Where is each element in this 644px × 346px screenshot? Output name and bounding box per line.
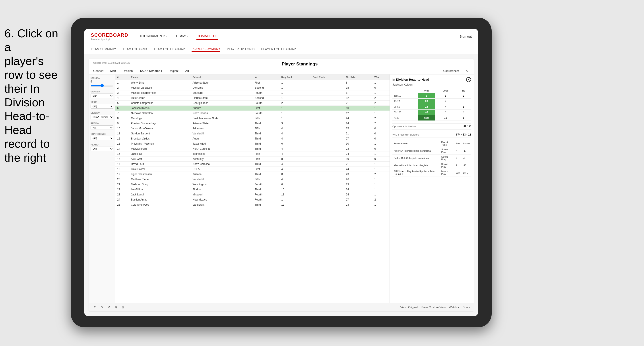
cell-yr: Third xyxy=(253,141,280,146)
h2h-loss-cell: 4 xyxy=(435,104,456,110)
table-row[interactable]: 23 Jack Lundin Missouri Fourth 11 24 1 xyxy=(116,192,390,197)
table-row[interactable]: 1 Wenyi Ding Arizona State First 1 8 1 xyxy=(116,80,390,85)
sub-nav-player-h2h-heatmap[interactable]: PLAYER H2H HEATMAP xyxy=(261,47,296,51)
table-row[interactable]: 21 Taehoon Song Washington Fourth 6 23 1 xyxy=(116,182,390,187)
no-rds-slider[interactable] xyxy=(90,84,114,87)
wlt-row: W-L-T record in-division: 674 - 33 - 12 xyxy=(392,132,471,138)
cell-reg-rank: 4 xyxy=(280,152,311,157)
table-row[interactable]: 5 Christo Lamprecht Georgia Tech Fourth … xyxy=(116,101,390,106)
col-yr: Yr xyxy=(253,74,280,80)
table-row[interactable]: 19 Tiger Christensen Arizona Third 8 23 … xyxy=(116,172,390,177)
cell-school: Arizona xyxy=(191,172,253,177)
table-row[interactable]: 7 Nicholas Gabrelcik North Florida Fourt… xyxy=(116,111,390,116)
year-sidebar-select[interactable]: (All) xyxy=(90,104,114,109)
tournament-score: -17 xyxy=(462,147,471,155)
cell-school: Missouri xyxy=(191,192,253,197)
logo-scoreboard: SCOREBOARD xyxy=(91,32,128,38)
gender-sidebar-select[interactable]: Men xyxy=(90,94,114,98)
undo-button[interactable]: ↶ xyxy=(92,305,97,310)
cell-yr: Fifth xyxy=(253,116,280,121)
cell-yr: Fourth xyxy=(253,111,280,116)
cell-num: 15 xyxy=(116,152,129,157)
refresh-button[interactable]: ↺ xyxy=(107,305,112,310)
cell-rds: 26 xyxy=(344,177,372,182)
h2h-table-row: >100 578 11 1 xyxy=(392,115,471,121)
cell-player: Wenyi Ding xyxy=(129,80,191,85)
view-original-btn[interactable]: View: Original xyxy=(400,306,418,309)
cell-reg-rank: 1 xyxy=(280,80,311,85)
table-row[interactable]: 12 Brendan Valdes Auburn Third 4 27 0 xyxy=(116,136,390,141)
table-row[interactable]: 11 Gordon Sargent Vanderbilt Third 4 21 … xyxy=(116,131,390,136)
cell-win: 2 xyxy=(373,172,390,177)
h2h-win-cell: 46 xyxy=(418,110,435,115)
cell-rds: 30 xyxy=(344,141,372,146)
table-row[interactable]: 15 Jake Hall Tennessee Fifth 4 24 1 xyxy=(116,152,390,157)
top-nav: SCOREBOARD Powered by clippi TOURNAMENTS… xyxy=(84,29,478,44)
player-sidebar-select[interactable]: (All) xyxy=(90,147,114,151)
share-btn[interactable]: Share xyxy=(463,306,470,309)
cell-num: 19 xyxy=(116,172,129,177)
cell-num: 25 xyxy=(116,202,129,207)
panel-body: No Rds. 6 Gender Men Year xyxy=(89,74,474,303)
paste-button[interactable]: ⎙ xyxy=(121,305,125,310)
cell-conf-rank xyxy=(311,167,344,172)
cell-player: Matthew Riedel xyxy=(129,177,191,182)
cell-player: Jackson Koivun xyxy=(129,106,191,111)
region-filter-label: Region: xyxy=(169,69,179,72)
nav-item-tournaments[interactable]: TOURNAMENTS xyxy=(139,33,166,40)
watch-btn[interactable]: Watch ▾ xyxy=(449,306,459,309)
nav-item-committee[interactable]: COMMITTEE xyxy=(196,33,218,40)
cell-reg-rank: 1 xyxy=(280,111,311,116)
table-row[interactable]: 8 Mats Ege East Tennessee State Fifth 1 … xyxy=(116,116,390,121)
h2h-rank-label: 51-100 xyxy=(392,110,418,115)
table-row[interactable]: 13 Phichaksn Maichon Texas A&M Third 6 3… xyxy=(116,141,390,146)
table-row[interactable]: 3 Michael Thorbjornsen Stanford Fourth 1… xyxy=(116,90,390,96)
sub-nav-player-h2h-grid[interactable]: PLAYER H2H GRID xyxy=(227,47,255,51)
copy-button[interactable]: ⎘ xyxy=(114,305,118,310)
nav-item-teams[interactable]: TEAMS xyxy=(176,33,188,40)
h2h-win-cell: 22 xyxy=(418,104,435,110)
table-row[interactable]: 20 Matthew Riedel Vanderbilt Fifth 4 26 … xyxy=(116,177,390,182)
sub-nav-team-h2h-heatmap[interactable]: TEAM H2H HEATMAP xyxy=(154,47,185,51)
cell-school: Texas A&M xyxy=(191,141,253,146)
table-row[interactable]: 17 David Ford North Carolina Third 4 21 … xyxy=(116,162,390,167)
table-row[interactable]: 6 Jackson Koivun Auburn First 1 10 1 xyxy=(116,106,390,111)
cell-player: Christo Lamprecht xyxy=(129,101,191,106)
tournament-table: Tournament Event Type Pos Score Amer An … xyxy=(392,140,471,176)
h2h-close-button[interactable]: ✕ xyxy=(466,77,471,82)
cell-reg-rank: 4 xyxy=(280,146,311,152)
cell-win: 1 xyxy=(373,141,390,146)
h2h-stats-table: Win Loss Tie Top 10 8 3 2 11-25 20 9 5 xyxy=(392,88,471,121)
sign-out-link[interactable]: Sign out xyxy=(460,34,472,38)
table-row[interactable]: 14 Maxwell Ford North Carolina Third 4 2… xyxy=(116,146,390,152)
table-row[interactable]: 18 Luke Powell UCLA First 4 24 1 xyxy=(116,167,390,172)
table-row[interactable]: 22 Ian Gilligan Florida Third 10 24 1 xyxy=(116,187,390,192)
cell-conf-rank xyxy=(311,101,344,106)
sub-nav-player-summary[interactable]: PLAYER SUMMARY xyxy=(192,46,220,52)
table-row[interactable]: 10 Jacob Mou-Dlease Arkansas Fifth 4 25 … xyxy=(116,126,390,131)
table-row[interactable]: 16 Alex Goff Kentucky Fifth 8 19 0 xyxy=(116,157,390,162)
division-sidebar-select[interactable]: NCAA Division I xyxy=(90,115,114,119)
redo-button[interactable]: ↷ xyxy=(100,305,104,310)
cell-conf-rank xyxy=(311,182,344,187)
cell-yr: Third xyxy=(253,172,280,177)
region-sidebar-select[interactable]: N/a xyxy=(90,125,114,130)
cell-reg-rank: 1 xyxy=(280,90,311,96)
cell-num: 17 xyxy=(116,162,129,167)
cell-conf-rank xyxy=(311,172,344,177)
table-row[interactable]: 2 Michael La Sasso Ole Miss Second 1 18 … xyxy=(116,85,390,90)
table-row[interactable]: 24 Bastien Amat New Mexico Fourth 1 27 2 xyxy=(116,197,390,202)
table-row[interactable]: 9 Preston Summerhays Arizona State Third… xyxy=(116,121,390,126)
cell-win: 2 xyxy=(373,121,390,126)
conference-sidebar-select[interactable]: (All) xyxy=(90,136,114,140)
sub-nav-team-h2h-grid[interactable]: TEAM H2H GRID xyxy=(123,47,147,51)
cell-rds: 27 xyxy=(344,197,372,202)
cell-yr: Second xyxy=(253,96,280,101)
save-custom-btn[interactable]: Save Custom View xyxy=(422,306,446,309)
sub-nav-team-summary[interactable]: TEAM SUMMARY xyxy=(91,47,116,51)
tournament-type: Stroke Play xyxy=(440,162,455,169)
cell-yr: Fourth xyxy=(253,101,280,106)
table-row[interactable]: 25 Cole Sherwood Vanderbilt Third 12 23 … xyxy=(116,202,390,207)
tournament-row: Fallen Oak Collegiate Invitational Strok… xyxy=(392,155,471,162)
table-row[interactable]: 4 Luke Claton Florida State Second 1 12 … xyxy=(116,96,390,101)
